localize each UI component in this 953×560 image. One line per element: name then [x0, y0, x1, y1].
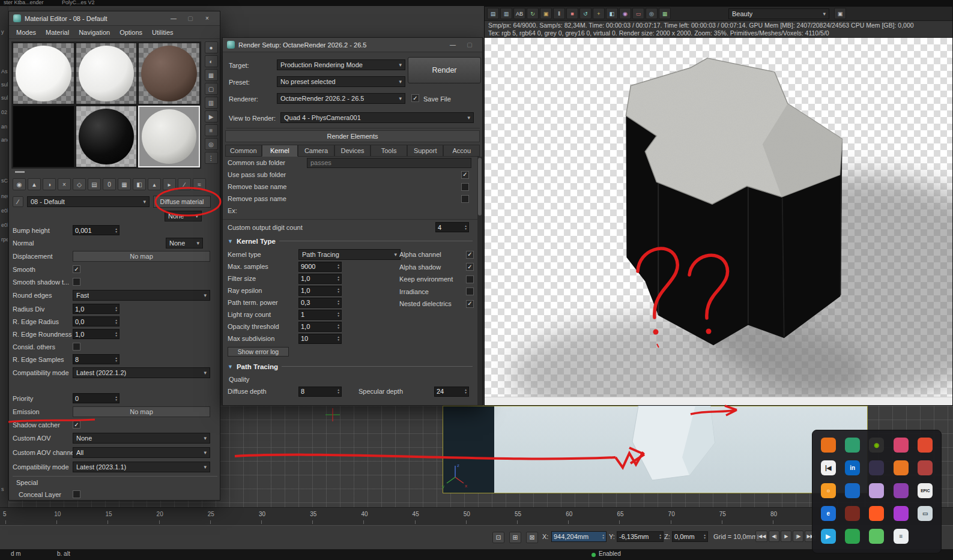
target-dropdown[interactable]: Production Rendering Mode [277, 59, 405, 70]
material-utilities-icon[interactable]: ≈ [193, 178, 206, 190]
app-orange-flame-icon[interactable] [869, 506, 884, 521]
close-button[interactable]: × [199, 12, 216, 25]
isolate-selection-toggle[interactable]: ⊡ [492, 532, 504, 543]
timeline-tick[interactable]: 20 [157, 511, 163, 517]
restart-render-icon[interactable]: ↻ [527, 8, 539, 19]
stop-render-icon[interactable]: ■ [566, 8, 578, 19]
param-checkbox-conceal-layer[interactable] [73, 490, 80, 498]
video-color-check-icon[interactable]: ▥ [205, 97, 218, 109]
render-setup-titlebar[interactable]: Render Setup: OctaneRender 2026.2 - 26.5… [223, 38, 482, 52]
maximize-button[interactable]: ▢ [182, 12, 199, 25]
play-animation-button[interactable]: ▶ [781, 531, 791, 542]
app-globe-icon[interactable] [845, 483, 860, 498]
z-coordinate-field[interactable]: 0,0mm▴▾ [672, 531, 708, 542]
param-dropdown-normal[interactable]: None [166, 238, 203, 248]
material-map-navigator-icon[interactable]: ⋮ [205, 152, 218, 164]
clay-mode-icon[interactable]: ◎ [646, 8, 658, 19]
renderer-dropdown[interactable]: OctaneRender 2026.2 - 26.5 [277, 93, 405, 104]
palette-resize-handle[interactable] [15, 171, 25, 173]
render-button[interactable]: Render [408, 57, 481, 83]
app-epic-games-icon[interactable]: EPIC [918, 483, 933, 498]
backlight-icon[interactable]: ◐ [205, 55, 218, 67]
pick-material-from-object-icon[interactable]: ∕ [178, 178, 191, 190]
menu-item-material[interactable]: Material [41, 28, 74, 37]
app-document-icon[interactable]: ≡ [894, 529, 909, 544]
render-image[interactable] [485, 38, 952, 397]
render-elements-header[interactable]: Render Elements [225, 130, 480, 142]
make-preview-icon[interactable]: ▶ [205, 110, 218, 122]
app-firefox-icon[interactable] [821, 438, 836, 453]
app-edge-icon[interactable]: e [821, 506, 836, 521]
render-pass-settings-icon[interactable]: ▣ [834, 8, 846, 19]
app-magenta-icon[interactable] [894, 506, 909, 521]
tab-common[interactable]: Common [225, 145, 262, 157]
param-spinner-radius-div[interactable]: 1,0▴▾ [73, 304, 120, 314]
app-player-icon[interactable]: |◀ [821, 460, 836, 475]
app-darkred-icon[interactable] [845, 506, 860, 521]
get-material-icon[interactable]: ◉ [13, 178, 26, 190]
timeline-ruler[interactable]: 5101520253035404550556065707580 [0, 507, 953, 525]
sample-tiling-icon[interactable]: ▢ [205, 83, 218, 95]
param-dropdown-compatibility-mode[interactable]: Latest (2023.1.1) [73, 462, 210, 472]
tab-accou[interactable]: Accou [443, 145, 480, 157]
kernel-spinner-ray-epsilon[interactable]: 1,0▴▾ [298, 286, 342, 296]
path-tracing-section-header[interactable]: ▼ Path Tracing [223, 359, 477, 374]
timeline-tick[interactable]: 25 [208, 511, 214, 517]
assign-material-to-selection-icon[interactable]: ◑ [43, 178, 56, 190]
show-error-log-button[interactable]: Show error log [228, 347, 289, 357]
param-checkbox-shadow-catcher[interactable]: ✓ [73, 421, 80, 429]
kernel-checkbox-keep-environment[interactable] [466, 275, 474, 283]
app-autodesk-icon[interactable] [894, 460, 909, 475]
tab-support[interactable]: Support [407, 145, 444, 157]
go-forward-to-sibling-icon[interactable]: ▸ [163, 178, 176, 190]
select-by-material-icon[interactable]: ◎ [205, 138, 218, 150]
material-sample-slot-5[interactable] [76, 106, 138, 167]
rs-checkbox-use-pass-sub-folder[interactable]: ✓ [461, 171, 469, 179]
tab-kernel[interactable]: Kernel [262, 145, 298, 157]
app-search-icon[interactable]: ○ [821, 483, 836, 498]
param-spinner-priority[interactable]: 0▴▾ [73, 393, 120, 403]
timeline-tick[interactable]: 45 [413, 511, 419, 517]
tab-tools[interactable]: Tools [371, 145, 407, 157]
previous-frame-button[interactable]: ◀| [769, 531, 779, 542]
go-to-parent-icon[interactable]: ▴ [148, 178, 161, 190]
y-coordinate-field[interactable]: -6,135mm▴▾ [617, 531, 664, 542]
pick-white-balance-icon[interactable]: ◧ [606, 8, 618, 19]
timeline-tick[interactable]: 50 [464, 511, 470, 517]
app-nvidia-icon[interactable]: ◉ [869, 438, 884, 453]
material-sample-slot-2[interactable] [76, 43, 138, 104]
app-leaf-icon[interactable] [869, 529, 884, 544]
tab-devices[interactable]: Devices [334, 145, 371, 157]
material-sample-slot-6[interactable] [138, 106, 200, 167]
view-to-render-dropdown[interactable]: Quad 4 - PhysCamera001 [280, 112, 474, 123]
timeline-tick[interactable]: 40 [361, 511, 368, 517]
timeline-tick[interactable]: 60 [566, 511, 572, 517]
pick-material-eyedropper-icon[interactable]: ∕ [13, 196, 23, 207]
param-map-button-emission[interactable]: No map [73, 406, 210, 417]
param-spinner-r-edge-radius[interactable]: 0,0▴▾ [73, 316, 120, 327]
ab-compare-icon[interactable]: AB [513, 8, 525, 19]
kernel-spinner-path-term-power[interactable]: 0,3▴▾ [298, 298, 342, 308]
selection-lock-toggle[interactable]: ⊞ [509, 532, 521, 543]
render-pass-dropdown[interactable]: Beauty [728, 8, 829, 19]
kernel-checkbox-alpha-channel[interactable]: ✓ [466, 251, 474, 259]
refresh-render-icon[interactable]: ↺ [579, 8, 591, 19]
kernel-type-section-header[interactable]: ▼ Kernel Type [223, 233, 477, 248]
material-id-channel-icon[interactable]: 0 [103, 178, 116, 190]
minimize-button[interactable]: — [444, 38, 461, 52]
app-display-icon[interactable]: ▭ [918, 506, 933, 521]
timeline-tick[interactable]: 15 [105, 511, 112, 517]
material-sample-slot-1[interactable] [13, 43, 74, 104]
param-dropdown-round-edges[interactable]: Fast [73, 290, 210, 301]
sample-type-icon[interactable]: ● [205, 41, 218, 53]
app-dark-icon[interactable] [869, 460, 884, 475]
app-green-icon[interactable] [845, 529, 860, 544]
kernel-checkbox-nested-dielectrics[interactable]: ✓ [466, 300, 474, 308]
app-violet-icon[interactable] [894, 483, 909, 498]
param-checkbox-smooth[interactable]: ✓ [73, 265, 80, 273]
camera-viewport-region[interactable] [443, 406, 868, 493]
kernel-spinner-light-ray-count[interactable]: 1▴▾ [298, 310, 342, 320]
app-linkedin-icon[interactable]: in [845, 460, 860, 475]
timeline-tick[interactable]: 75 [719, 511, 726, 517]
rs-checkbox-remove-pass-name[interactable] [461, 195, 469, 203]
